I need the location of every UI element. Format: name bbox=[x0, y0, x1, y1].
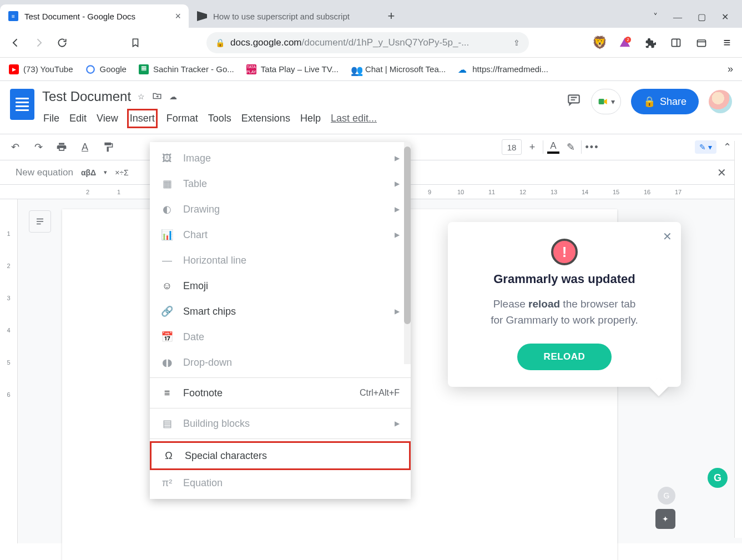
bookmark-outline-icon[interactable] bbox=[128, 35, 143, 51]
font-size-value[interactable]: 18 bbox=[502, 139, 522, 155]
editing-mode-button[interactable]: ✎ ▾ bbox=[695, 140, 716, 154]
svg-rect-4 bbox=[698, 40, 706, 47]
last-edit-link[interactable]: Last edit... bbox=[330, 110, 378, 127]
hr-icon: — bbox=[161, 254, 173, 266]
menu-scrollbar[interactable] bbox=[404, 142, 411, 364]
new-equation-button[interactable]: New equation bbox=[16, 167, 73, 178]
minimize-icon[interactable]: — bbox=[673, 12, 682, 22]
menu-item-image[interactable]: 🖼Image▶ bbox=[150, 145, 411, 171]
menu-item-smart-chips[interactable]: 🔗Smart chips▶ bbox=[150, 299, 411, 324]
forward-button[interactable] bbox=[31, 35, 47, 51]
svg-text:2: 2 bbox=[627, 37, 629, 42]
bookmark-overflow-icon[interactable]: » bbox=[728, 63, 733, 75]
sidepanel-icon[interactable] bbox=[669, 36, 683, 50]
pi-icon: π² bbox=[161, 477, 173, 489]
share-url-icon[interactable]: ⇪ bbox=[513, 38, 520, 47]
menu-item-table[interactable]: ▦Table▶ bbox=[150, 171, 411, 196]
collapse-toolbar-icon[interactable]: ⌃ bbox=[720, 140, 734, 154]
chevron-down-icon[interactable]: ˅ bbox=[653, 12, 658, 22]
menu-tools[interactable]: Tools bbox=[207, 110, 233, 127]
site-favicon bbox=[196, 11, 208, 22]
menu-item-dropdown[interactable]: ◖◗Drop-down bbox=[150, 350, 411, 375]
close-window-icon[interactable]: ✕ bbox=[721, 12, 729, 22]
menu-help[interactable]: Help bbox=[299, 110, 322, 127]
grammarly-gray-icon[interactable]: G bbox=[658, 487, 675, 504]
share-button[interactable]: 🔒Share bbox=[631, 89, 699, 114]
paint-format-icon[interactable] bbox=[101, 140, 115, 154]
brave-shield-icon[interactable]: 🦁 bbox=[592, 36, 607, 50]
menu-extensions[interactable]: Extensions bbox=[240, 110, 291, 127]
footnote-icon: ≡ bbox=[161, 387, 173, 399]
highlight-icon[interactable]: ✎ bbox=[563, 140, 578, 154]
brave-rewards-icon[interactable]: 2 bbox=[618, 36, 632, 50]
more-toolbar-icon[interactable]: ••• bbox=[585, 140, 599, 154]
menu-item-footnote[interactable]: ≡FootnoteCtrl+Alt+F bbox=[150, 380, 411, 406]
bookmark-item[interactable]: Google bbox=[85, 64, 127, 74]
tab-title: Test Document - Google Docs bbox=[24, 12, 135, 21]
maximize-icon[interactable]: ▢ bbox=[698, 12, 706, 22]
reload-button[interactable]: RELOAD bbox=[517, 344, 612, 370]
account-avatar[interactable] bbox=[709, 90, 732, 113]
menu-item-special-characters[interactable]: ΩSpecial characters bbox=[150, 441, 411, 470]
menu-item-date[interactable]: 📅Date bbox=[150, 324, 411, 350]
reload-button[interactable] bbox=[54, 35, 70, 51]
extensions-icon[interactable] bbox=[643, 36, 658, 50]
menu-insert[interactable]: Insert bbox=[127, 109, 158, 128]
font-size-inc-icon[interactable]: + bbox=[525, 140, 539, 154]
insert-dropdown-menu: 🖼Image▶ ▦Table▶ ◐Drawing▶ 📊Chart▶ —Horiz… bbox=[150, 142, 411, 499]
document-outline-button[interactable] bbox=[29, 210, 51, 233]
new-tab-button[interactable]: + bbox=[382, 7, 401, 26]
menu-item-hr[interactable]: —Horizontal line bbox=[150, 248, 411, 273]
gdoc-favicon: ≡ bbox=[8, 11, 19, 22]
menu-item-drawing[interactable]: ◐Drawing▶ bbox=[150, 196, 411, 222]
back-button[interactable] bbox=[8, 35, 23, 51]
close-equation-bar-icon[interactable]: ✕ bbox=[717, 166, 726, 179]
smartchip-icon: 🔗 bbox=[161, 305, 173, 317]
svg-rect-7 bbox=[599, 99, 604, 104]
undo-icon[interactable]: ↶ bbox=[8, 140, 22, 154]
menu-format[interactable]: Format bbox=[165, 110, 199, 127]
redo-icon[interactable]: ↷ bbox=[31, 140, 46, 154]
menu-view[interactable]: View bbox=[95, 110, 119, 127]
address-bar[interactable]: 🔒 docs.google.com/document/d/1hP_y_UsnQ7… bbox=[206, 32, 529, 53]
popup-title: Grammarly was updated bbox=[462, 272, 667, 286]
bookmarks-bar: ▶(73) YouTube Google ▦Sachin Tracker - G… bbox=[0, 58, 742, 81]
explore-button[interactable]: ✦ bbox=[655, 509, 675, 529]
print-icon[interactable] bbox=[54, 140, 69, 154]
menu-item-equation[interactable]: π²Equation bbox=[150, 470, 411, 496]
bookmark-item[interactable]: ☁https://framedmedi... bbox=[458, 64, 548, 74]
table-icon: ▦ bbox=[161, 178, 173, 190]
comments-icon[interactable] bbox=[567, 93, 581, 110]
vertical-ruler[interactable]: 123456 bbox=[0, 199, 18, 543]
document-title[interactable]: Test Document bbox=[42, 89, 131, 104]
bookmark-item[interactable]: ▶(73) YouTube bbox=[9, 64, 73, 74]
bookmark-item[interactable]: ▦Sachin Tracker - Go... bbox=[139, 64, 234, 74]
side-panel-handle[interactable] bbox=[734, 141, 742, 538]
move-folder-icon[interactable] bbox=[152, 91, 163, 103]
docs-logo-icon[interactable] bbox=[10, 89, 34, 120]
menu-edit[interactable]: Edit bbox=[68, 110, 88, 127]
meet-button[interactable]: ▾ bbox=[591, 89, 621, 114]
popup-close-icon[interactable]: ✕ bbox=[663, 230, 672, 243]
pill-icon: ◖◗ bbox=[161, 356, 173, 369]
star-icon[interactable]: ☆ bbox=[138, 92, 145, 101]
text-color-icon[interactable]: A bbox=[547, 140, 560, 154]
cloud-status-icon[interactable]: ☁ bbox=[169, 92, 177, 101]
browser-menu-icon[interactable]: ≡ bbox=[720, 36, 734, 50]
bookmark-item[interactable]: TATAPLAYTata Play – Live TV... bbox=[246, 64, 339, 74]
grammarly-badge-icon[interactable]: G bbox=[708, 468, 728, 488]
spellcheck-icon[interactable]: A bbox=[78, 140, 92, 154]
menu-file[interactable]: File bbox=[42, 110, 60, 127]
emoji-icon: ☺ bbox=[161, 280, 173, 292]
url-text: docs.google.com/document/d/1hP_y_UsnQ7Yo… bbox=[230, 37, 469, 48]
math-ops-dropdown[interactable]: ×÷Σ bbox=[115, 168, 129, 177]
greek-letters-dropdown[interactable]: αβΔ bbox=[81, 168, 96, 177]
menu-item-chart[interactable]: 📊Chart▶ bbox=[150, 222, 411, 248]
menu-item-building-blocks[interactable]: ▤Building blocks▶ bbox=[150, 411, 411, 436]
tab-active[interactable]: ≡ Test Document - Google Docs × bbox=[0, 4, 189, 28]
tab-inactive[interactable]: How to use superscript and subscript bbox=[189, 4, 377, 28]
bookmark-item[interactable]: 👥Chat | Microsoft Tea... bbox=[351, 64, 446, 74]
tab-close-icon[interactable]: × bbox=[175, 11, 181, 22]
menu-item-emoji[interactable]: ☺Emoji bbox=[150, 273, 411, 299]
wallet-icon[interactable] bbox=[694, 36, 709, 50]
